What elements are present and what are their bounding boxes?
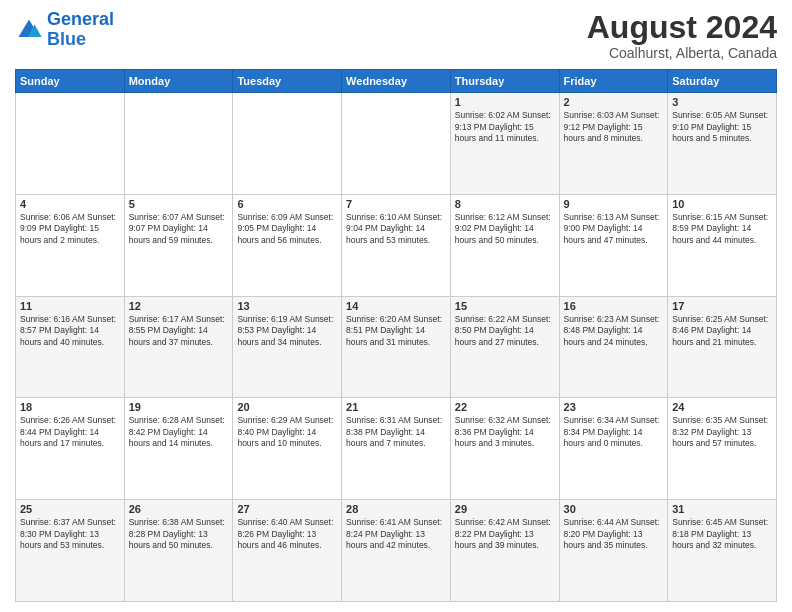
calendar-cell: 23Sunrise: 6:34 AM Sunset: 8:34 PM Dayli… <box>559 398 668 500</box>
calendar-cell: 31Sunrise: 6:45 AM Sunset: 8:18 PM Dayli… <box>668 500 777 602</box>
calendar-week-row: 11Sunrise: 6:16 AM Sunset: 8:57 PM Dayli… <box>16 296 777 398</box>
day-number: 27 <box>237 503 337 515</box>
day-number: 18 <box>20 401 120 413</box>
subtitle: Coalhurst, Alberta, Canada <box>587 45 777 61</box>
day-info: Sunrise: 6:44 AM Sunset: 8:20 PM Dayligh… <box>564 517 664 551</box>
calendar-cell: 27Sunrise: 6:40 AM Sunset: 8:26 PM Dayli… <box>233 500 342 602</box>
calendar-cell: 9Sunrise: 6:13 AM Sunset: 9:00 PM Daylig… <box>559 194 668 296</box>
day-number: 23 <box>564 401 664 413</box>
day-number: 17 <box>672 300 772 312</box>
day-info: Sunrise: 6:05 AM Sunset: 9:10 PM Dayligh… <box>672 110 772 144</box>
day-number: 21 <box>346 401 446 413</box>
day-info: Sunrise: 6:07 AM Sunset: 9:07 PM Dayligh… <box>129 212 229 246</box>
day-number: 2 <box>564 96 664 108</box>
calendar-cell: 15Sunrise: 6:22 AM Sunset: 8:50 PM Dayli… <box>450 296 559 398</box>
day-info: Sunrise: 6:29 AM Sunset: 8:40 PM Dayligh… <box>237 415 337 449</box>
day-number: 24 <box>672 401 772 413</box>
calendar-header-saturday: Saturday <box>668 70 777 93</box>
calendar-cell: 20Sunrise: 6:29 AM Sunset: 8:40 PM Dayli… <box>233 398 342 500</box>
day-number: 9 <box>564 198 664 210</box>
calendar-cell: 12Sunrise: 6:17 AM Sunset: 8:55 PM Dayli… <box>124 296 233 398</box>
day-number: 20 <box>237 401 337 413</box>
calendar-cell: 19Sunrise: 6:28 AM Sunset: 8:42 PM Dayli… <box>124 398 233 500</box>
calendar-header-monday: Monday <box>124 70 233 93</box>
calendar-cell: 8Sunrise: 6:12 AM Sunset: 9:02 PM Daylig… <box>450 194 559 296</box>
calendar-cell: 29Sunrise: 6:42 AM Sunset: 8:22 PM Dayli… <box>450 500 559 602</box>
day-number: 25 <box>20 503 120 515</box>
calendar-table: SundayMondayTuesdayWednesdayThursdayFrid… <box>15 69 777 602</box>
day-number: 12 <box>129 300 229 312</box>
page: General Blue August 2024 Coalhurst, Albe… <box>0 0 792 612</box>
day-info: Sunrise: 6:35 AM Sunset: 8:32 PM Dayligh… <box>672 415 772 449</box>
day-info: Sunrise: 6:38 AM Sunset: 8:28 PM Dayligh… <box>129 517 229 551</box>
calendar-header-friday: Friday <box>559 70 668 93</box>
day-info: Sunrise: 6:06 AM Sunset: 9:09 PM Dayligh… <box>20 212 120 246</box>
day-info: Sunrise: 6:31 AM Sunset: 8:38 PM Dayligh… <box>346 415 446 449</box>
day-info: Sunrise: 6:28 AM Sunset: 8:42 PM Dayligh… <box>129 415 229 449</box>
calendar-cell <box>342 93 451 195</box>
day-info: Sunrise: 6:17 AM Sunset: 8:55 PM Dayligh… <box>129 314 229 348</box>
day-info: Sunrise: 6:10 AM Sunset: 9:04 PM Dayligh… <box>346 212 446 246</box>
calendar-week-row: 1Sunrise: 6:02 AM Sunset: 9:13 PM Daylig… <box>16 93 777 195</box>
calendar-header-wednesday: Wednesday <box>342 70 451 93</box>
day-info: Sunrise: 6:16 AM Sunset: 8:57 PM Dayligh… <box>20 314 120 348</box>
calendar-cell: 24Sunrise: 6:35 AM Sunset: 8:32 PM Dayli… <box>668 398 777 500</box>
calendar-cell: 28Sunrise: 6:41 AM Sunset: 8:24 PM Dayli… <box>342 500 451 602</box>
calendar-week-row: 25Sunrise: 6:37 AM Sunset: 8:30 PM Dayli… <box>16 500 777 602</box>
day-number: 8 <box>455 198 555 210</box>
header: General Blue August 2024 Coalhurst, Albe… <box>15 10 777 61</box>
logo-icon <box>15 16 43 44</box>
calendar-header-tuesday: Tuesday <box>233 70 342 93</box>
calendar-cell: 17Sunrise: 6:25 AM Sunset: 8:46 PM Dayli… <box>668 296 777 398</box>
day-info: Sunrise: 6:42 AM Sunset: 8:22 PM Dayligh… <box>455 517 555 551</box>
day-number: 10 <box>672 198 772 210</box>
day-number: 6 <box>237 198 337 210</box>
day-info: Sunrise: 6:03 AM Sunset: 9:12 PM Dayligh… <box>564 110 664 144</box>
day-info: Sunrise: 6:19 AM Sunset: 8:53 PM Dayligh… <box>237 314 337 348</box>
day-number: 29 <box>455 503 555 515</box>
calendar-cell: 18Sunrise: 6:26 AM Sunset: 8:44 PM Dayli… <box>16 398 125 500</box>
day-info: Sunrise: 6:12 AM Sunset: 9:02 PM Dayligh… <box>455 212 555 246</box>
day-number: 7 <box>346 198 446 210</box>
day-info: Sunrise: 6:34 AM Sunset: 8:34 PM Dayligh… <box>564 415 664 449</box>
calendar-cell: 26Sunrise: 6:38 AM Sunset: 8:28 PM Dayli… <box>124 500 233 602</box>
calendar-cell: 5Sunrise: 6:07 AM Sunset: 9:07 PM Daylig… <box>124 194 233 296</box>
day-info: Sunrise: 6:02 AM Sunset: 9:13 PM Dayligh… <box>455 110 555 144</box>
day-info: Sunrise: 6:41 AM Sunset: 8:24 PM Dayligh… <box>346 517 446 551</box>
day-number: 3 <box>672 96 772 108</box>
day-info: Sunrise: 6:45 AM Sunset: 8:18 PM Dayligh… <box>672 517 772 551</box>
day-info: Sunrise: 6:15 AM Sunset: 8:59 PM Dayligh… <box>672 212 772 246</box>
day-info: Sunrise: 6:09 AM Sunset: 9:05 PM Dayligh… <box>237 212 337 246</box>
calendar-header-sunday: Sunday <box>16 70 125 93</box>
day-info: Sunrise: 6:40 AM Sunset: 8:26 PM Dayligh… <box>237 517 337 551</box>
day-info: Sunrise: 6:23 AM Sunset: 8:48 PM Dayligh… <box>564 314 664 348</box>
day-info: Sunrise: 6:13 AM Sunset: 9:00 PM Dayligh… <box>564 212 664 246</box>
day-number: 14 <box>346 300 446 312</box>
calendar-cell: 6Sunrise: 6:09 AM Sunset: 9:05 PM Daylig… <box>233 194 342 296</box>
day-number: 5 <box>129 198 229 210</box>
day-number: 31 <box>672 503 772 515</box>
day-number: 15 <box>455 300 555 312</box>
logo: General Blue <box>15 10 114 50</box>
calendar-cell: 13Sunrise: 6:19 AM Sunset: 8:53 PM Dayli… <box>233 296 342 398</box>
calendar-cell: 4Sunrise: 6:06 AM Sunset: 9:09 PM Daylig… <box>16 194 125 296</box>
day-number: 22 <box>455 401 555 413</box>
day-number: 28 <box>346 503 446 515</box>
calendar-cell <box>124 93 233 195</box>
main-title: August 2024 <box>587 10 777 45</box>
calendar-cell: 30Sunrise: 6:44 AM Sunset: 8:20 PM Dayli… <box>559 500 668 602</box>
calendar-cell: 16Sunrise: 6:23 AM Sunset: 8:48 PM Dayli… <box>559 296 668 398</box>
day-number: 4 <box>20 198 120 210</box>
day-number: 26 <box>129 503 229 515</box>
calendar-cell <box>16 93 125 195</box>
day-info: Sunrise: 6:20 AM Sunset: 8:51 PM Dayligh… <box>346 314 446 348</box>
title-block: August 2024 Coalhurst, Alberta, Canada <box>587 10 777 61</box>
calendar-header-thursday: Thursday <box>450 70 559 93</box>
calendar-cell: 21Sunrise: 6:31 AM Sunset: 8:38 PM Dayli… <box>342 398 451 500</box>
day-info: Sunrise: 6:22 AM Sunset: 8:50 PM Dayligh… <box>455 314 555 348</box>
calendar-cell: 14Sunrise: 6:20 AM Sunset: 8:51 PM Dayli… <box>342 296 451 398</box>
day-number: 16 <box>564 300 664 312</box>
calendar-cell: 11Sunrise: 6:16 AM Sunset: 8:57 PM Dayli… <box>16 296 125 398</box>
day-info: Sunrise: 6:25 AM Sunset: 8:46 PM Dayligh… <box>672 314 772 348</box>
calendar-cell: 2Sunrise: 6:03 AM Sunset: 9:12 PM Daylig… <box>559 93 668 195</box>
